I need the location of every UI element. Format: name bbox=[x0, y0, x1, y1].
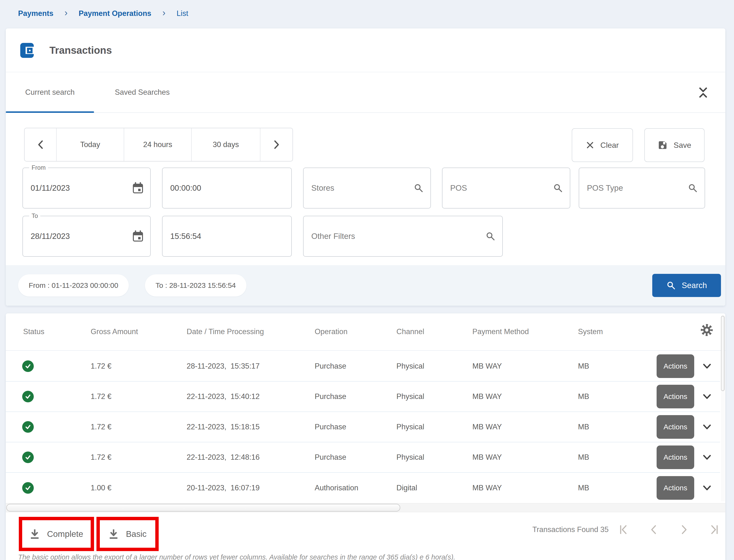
horizontal-scrollbar[interactable] bbox=[6, 503, 725, 512]
row-actions-button[interactable]: Actions bbox=[657, 445, 694, 469]
from-time-field bbox=[162, 168, 292, 209]
save-button[interactable]: Save bbox=[644, 128, 705, 162]
to-date-label: To bbox=[29, 212, 40, 219]
cell-operation: Authorisation bbox=[315, 484, 358, 492]
search-icon[interactable] bbox=[414, 183, 424, 193]
table-row[interactable]: 1.72 € 22-11-2023, 12:48:16 Purchase Phy… bbox=[6, 442, 720, 473]
cell-gross-amount: 1.72 € bbox=[91, 453, 111, 462]
from-filter-chip[interactable]: From : 01-11-2023 00:00:00 bbox=[18, 274, 129, 297]
to-date-field: To bbox=[22, 216, 151, 257]
cell-channel: Physical bbox=[396, 453, 424, 462]
stores-input[interactable] bbox=[304, 168, 414, 208]
row-actions-button[interactable]: Actions bbox=[657, 385, 694, 408]
search-icon[interactable] bbox=[688, 183, 698, 193]
cell-gross-amount: 1.72 € bbox=[91, 362, 111, 371]
status-success-icon bbox=[22, 391, 34, 402]
next-page-button[interactable] bbox=[678, 524, 690, 535]
save-floppy-icon bbox=[658, 140, 667, 150]
from-time-input[interactable] bbox=[163, 168, 291, 208]
row-actions-button[interactable]: Actions bbox=[657, 415, 694, 439]
to-date-input[interactable] bbox=[23, 216, 132, 256]
to-time-input[interactable] bbox=[163, 216, 291, 256]
row-expand-chevron-icon[interactable] bbox=[702, 424, 712, 430]
cell-gross-amount: 1.72 € bbox=[91, 423, 111, 431]
vertical-scrollbar[interactable] bbox=[721, 315, 725, 501]
col-date-time: Date / Time Processing bbox=[187, 327, 264, 336]
breadcrumb-payments[interactable]: Payments bbox=[18, 9, 53, 18]
cell-payment-method: MB WAY bbox=[472, 392, 502, 401]
save-button-label: Save bbox=[674, 141, 691, 150]
close-icon bbox=[586, 141, 594, 149]
pagination bbox=[618, 524, 720, 536]
table-row[interactable]: 1.72 € 28-11-2023, 15:35:17 Purchase Phy… bbox=[6, 351, 720, 382]
range-prev-button[interactable] bbox=[25, 128, 57, 161]
range-24hours-button[interactable]: 24 hours bbox=[124, 128, 192, 161]
cell-operation: Purchase bbox=[315, 453, 346, 462]
search-button[interactable]: Search bbox=[652, 274, 721, 297]
export-complete-button[interactable]: Complete bbox=[22, 520, 91, 548]
status-success-icon bbox=[22, 421, 34, 433]
table-header: Status Gross Amount Date / Time Processi… bbox=[6, 313, 725, 351]
search-icon[interactable] bbox=[553, 183, 563, 193]
table-row[interactable]: 1.00 € 20-11-2023, 16:07:19 Authorisatio… bbox=[6, 473, 720, 503]
table-row[interactable]: 1.72 € 22-11-2023, 15:18:15 Purchase Phy… bbox=[6, 412, 720, 442]
export-complete-label: Complete bbox=[47, 529, 83, 539]
cell-operation: Purchase bbox=[315, 423, 346, 431]
search-icon[interactable] bbox=[485, 231, 496, 241]
search-button-label: Search bbox=[682, 281, 707, 290]
breadcrumb-list[interactable]: List bbox=[177, 9, 188, 18]
range-30days-button[interactable]: 30 days bbox=[192, 128, 260, 161]
pos-type-input[interactable] bbox=[579, 168, 688, 208]
page-title: Transactions bbox=[49, 28, 112, 72]
breadcrumb-payment-operations[interactable]: Payment Operations bbox=[79, 9, 151, 18]
first-page-button[interactable] bbox=[618, 524, 630, 535]
search-icon bbox=[666, 281, 676, 290]
cell-channel: Physical bbox=[396, 392, 424, 401]
tab-saved-searches[interactable]: Saved Searches bbox=[94, 72, 190, 112]
previous-page-button[interactable] bbox=[648, 524, 660, 535]
range-next-button[interactable] bbox=[260, 128, 292, 161]
other-filters-input[interactable] bbox=[304, 216, 485, 256]
chevron-right-icon: › bbox=[64, 8, 68, 19]
stores-field bbox=[303, 168, 431, 209]
row-actions-button[interactable]: Actions bbox=[657, 354, 694, 378]
from-date-input[interactable] bbox=[23, 168, 132, 208]
clear-button[interactable]: Clear bbox=[572, 128, 633, 162]
calendar-icon[interactable] bbox=[132, 182, 143, 194]
to-filter-chip[interactable]: To : 28-11-2023 15:56:54 bbox=[145, 274, 246, 297]
tab-current-search[interactable]: Current search bbox=[6, 72, 94, 112]
clear-button-label: Clear bbox=[600, 141, 619, 150]
row-expand-chevron-icon[interactable] bbox=[702, 485, 712, 491]
row-actions-button[interactable]: Actions bbox=[657, 476, 694, 500]
table-row[interactable]: 1.72 € 22-11-2023, 15:40:12 Purchase Phy… bbox=[6, 382, 720, 412]
cell-system: MB bbox=[578, 362, 589, 371]
pos-input[interactable] bbox=[442, 168, 553, 208]
pos-field bbox=[442, 168, 570, 209]
cell-payment-method: MB WAY bbox=[472, 423, 502, 431]
row-expand-chevron-icon[interactable] bbox=[702, 363, 712, 370]
collapse-panel-icon[interactable] bbox=[698, 86, 708, 99]
cell-system: MB bbox=[578, 423, 589, 431]
col-payment-method: Payment Method bbox=[472, 327, 529, 336]
export-basic-button[interactable]: Basic bbox=[100, 520, 155, 548]
breadcrumb: Payments › Payment Operations › List bbox=[18, 7, 188, 20]
quick-range-group: Today 24 hours 30 days bbox=[24, 128, 293, 162]
app-logo-icon bbox=[20, 43, 34, 58]
last-page-button[interactable] bbox=[708, 524, 720, 535]
tabs-bar: Current search Saved Searches bbox=[6, 72, 725, 113]
status-success-icon bbox=[22, 360, 34, 372]
row-expand-chevron-icon[interactable] bbox=[702, 393, 712, 400]
horizontal-scrollbar-thumb[interactable] bbox=[6, 504, 400, 512]
range-today-button[interactable]: Today bbox=[57, 128, 124, 161]
vertical-scrollbar-thumb[interactable] bbox=[721, 316, 725, 391]
row-expand-chevron-icon[interactable] bbox=[702, 454, 712, 461]
active-filters-band: From : 01-11-2023 00:00:00 To : 28-11-20… bbox=[6, 265, 725, 306]
cell-operation: Purchase bbox=[315, 362, 346, 371]
from-date-label: From bbox=[29, 164, 48, 171]
cell-system: MB bbox=[578, 392, 589, 401]
to-time-field bbox=[162, 216, 292, 257]
calendar-icon[interactable] bbox=[132, 230, 143, 242]
export-note: The basic option allows the export of a … bbox=[18, 553, 455, 560]
column-settings-gear-icon[interactable] bbox=[700, 323, 714, 339]
cell-channel: Digital bbox=[396, 484, 417, 492]
